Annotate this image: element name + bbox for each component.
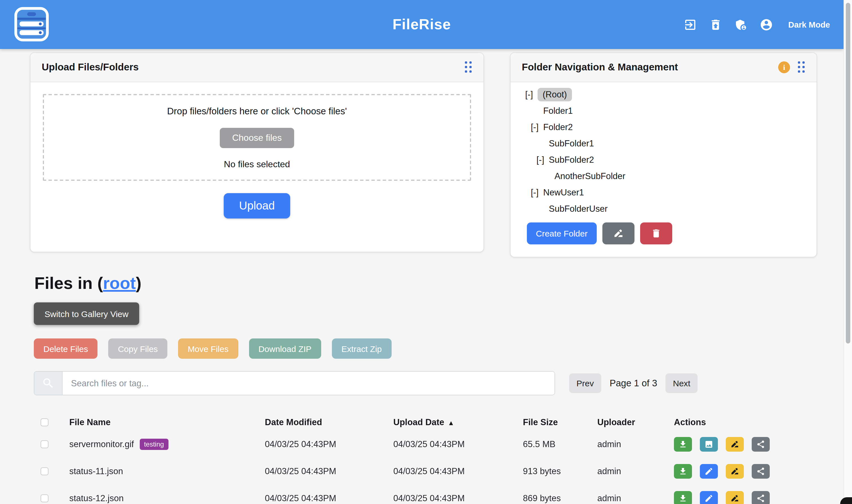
download-zip-button[interactable]: Download ZIP xyxy=(249,339,321,359)
row-checkbox[interactable] xyxy=(40,494,49,502)
restore-trash-button[interactable] xyxy=(709,18,723,31)
edit-button[interactable] xyxy=(700,491,718,504)
row-checkbox[interactable] xyxy=(40,467,49,475)
header-icon-group xyxy=(683,18,773,31)
column-header-file-size[interactable]: File Size xyxy=(523,417,597,427)
upload-button[interactable]: Upload xyxy=(224,193,290,218)
extract-zip-button[interactable]: Extract Zip xyxy=(332,339,392,359)
download-icon xyxy=(678,440,688,449)
restore-trash-icon xyxy=(709,18,723,31)
rename-folder-button[interactable] xyxy=(602,222,634,245)
tree-item-subfolder1[interactable]: SubFolder1 xyxy=(510,135,817,151)
dropzone-hint: Drop files/folders here or click 'Choose… xyxy=(167,106,347,116)
column-header-file-name[interactable]: File Name xyxy=(69,417,265,427)
share-button[interactable] xyxy=(752,464,770,479)
uploader-cell: admin xyxy=(597,493,674,503)
scrollbar-thumb[interactable] xyxy=(846,3,850,343)
root-folder-link[interactable]: root xyxy=(103,274,136,292)
prev-page-button[interactable]: Prev xyxy=(569,373,601,393)
page-indicator: Page 1 of 3 xyxy=(609,378,658,388)
tree-item-label: Folder2 xyxy=(543,122,573,132)
tree-item-label: AnotherSubFolder xyxy=(555,171,625,181)
search-icon xyxy=(42,377,55,390)
file-name[interactable]: status-11.json xyxy=(69,466,123,476)
download-button[interactable] xyxy=(674,437,692,452)
copy-files-button[interactable]: Copy Files xyxy=(108,339,167,359)
file-tag-badge: testing xyxy=(139,439,169,450)
delete-files-button[interactable]: Delete Files xyxy=(34,339,98,359)
share-button[interactable] xyxy=(752,437,770,452)
upload-date-cell: 04/03/25 04:43PM xyxy=(393,466,523,476)
column-header-date-modified[interactable]: Date Modified xyxy=(265,417,393,427)
create-folder-button[interactable]: Create Folder xyxy=(527,222,596,245)
edit-button[interactable] xyxy=(700,464,718,479)
tree-item-subfolderuser[interactable]: SubFolderUser xyxy=(510,200,817,217)
download-button[interactable] xyxy=(674,464,692,479)
logout-button[interactable] xyxy=(683,18,697,31)
column-header-actions[interactable]: Actions xyxy=(674,417,783,427)
column-header-uploader[interactable]: Uploader xyxy=(597,417,674,427)
bulk-actions-bar: Delete FilesCopy FilesMove FilesDownload… xyxy=(34,339,392,359)
scrollbar-track[interactable] xyxy=(844,0,852,504)
pagination: Prev Page 1 of 3 Next xyxy=(569,372,698,394)
tree-collapse-toggle[interactable]: [-] xyxy=(531,187,543,197)
rename-button[interactable] xyxy=(726,437,744,452)
rename-icon xyxy=(730,494,739,503)
upload-date-cell: 04/03/25 04:43PM xyxy=(393,493,523,503)
file-name[interactable]: servermonitor.gif xyxy=(69,439,134,449)
uploader-cell: admin xyxy=(597,466,674,476)
file-table: File NameDate ModifiedUpload Date▲File S… xyxy=(34,414,783,504)
rename-icon xyxy=(730,467,739,476)
rename-button[interactable] xyxy=(726,491,744,504)
share-button[interactable] xyxy=(752,491,770,504)
preview-button[interactable] xyxy=(700,437,718,452)
switch-gallery-view-button[interactable]: Switch to Gallery View xyxy=(34,302,139,325)
search-icon-segment[interactable] xyxy=(34,372,63,395)
next-page-button[interactable]: Next xyxy=(666,373,698,393)
tree-collapse-toggle[interactable]: [-] xyxy=(531,122,543,132)
drag-handle-icon[interactable] xyxy=(798,61,805,73)
tree-item-folder1[interactable]: Folder1 xyxy=(510,103,817,119)
top-bar: FileRise Dark Mode xyxy=(0,0,844,49)
folder-tree: [-](Root)Folder1[-]Folder2SubFolder1[-]S… xyxy=(510,82,817,217)
tree-item-anothersubfolder[interactable]: AnotherSubFolder xyxy=(510,168,817,184)
select-all-checkbox[interactable] xyxy=(40,418,49,426)
date-modified-cell: 04/03/25 04:43PM xyxy=(265,493,393,503)
account-button[interactable] xyxy=(760,18,773,31)
upload-date-cell: 04/03/25 04:43PM xyxy=(393,439,523,449)
folder-card-header: Folder Navigation & Management i xyxy=(510,53,817,82)
files-heading-suffix: ) xyxy=(136,274,141,292)
tree-collapse-toggle[interactable]: [-] xyxy=(525,89,538,100)
rename-icon xyxy=(730,440,739,449)
row-checkbox[interactable] xyxy=(40,440,49,448)
search-input[interactable] xyxy=(63,372,555,395)
file-size-cell: 65.5 MB xyxy=(523,439,597,449)
drag-handle-icon[interactable] xyxy=(465,61,472,73)
tree-item-newuser1[interactable]: [-]NewUser1 xyxy=(510,184,817,200)
file-name[interactable]: status-12.json xyxy=(69,493,124,503)
edit-icon xyxy=(705,467,713,476)
rename-button[interactable] xyxy=(726,464,744,479)
tree-collapse-toggle[interactable]: [-] xyxy=(536,155,549,165)
tree-item-folder2[interactable]: [-]Folder2 xyxy=(510,119,817,135)
delete-folder-button[interactable] xyxy=(640,222,672,245)
header-actions: Dark Mode xyxy=(683,0,830,49)
folder-navigation-card: Folder Navigation & Management i [-](Roo… xyxy=(510,52,817,257)
download-button[interactable] xyxy=(674,491,692,504)
file-size-cell: 869 bytes xyxy=(523,493,597,503)
files-heading: Files in (root) xyxy=(34,274,141,293)
tree-item-label: SubFolderUser xyxy=(549,203,608,214)
dark-mode-toggle[interactable]: Dark Mode xyxy=(788,20,830,29)
tree-item-label: Folder1 xyxy=(543,106,573,116)
tree-item-subfolder2[interactable]: [-]SubFolder2 xyxy=(510,151,817,168)
column-header-upload-date[interactable]: Upload Date▲ xyxy=(393,417,523,427)
info-icon[interactable]: i xyxy=(778,61,790,73)
uploader-cell: admin xyxy=(597,439,674,449)
tree-item-root[interactable]: [-](Root) xyxy=(510,86,817,103)
admin-shield-button[interactable] xyxy=(734,18,748,31)
file-dropzone[interactable]: Drop files/folders here or click 'Choose… xyxy=(43,94,471,181)
share-icon xyxy=(756,440,765,449)
choose-files-button[interactable]: Choose files xyxy=(220,128,294,148)
filerise-app: FileRise Dark Mode Upload Files/Folders … xyxy=(0,0,852,504)
move-files-button[interactable]: Move Files xyxy=(178,339,238,359)
